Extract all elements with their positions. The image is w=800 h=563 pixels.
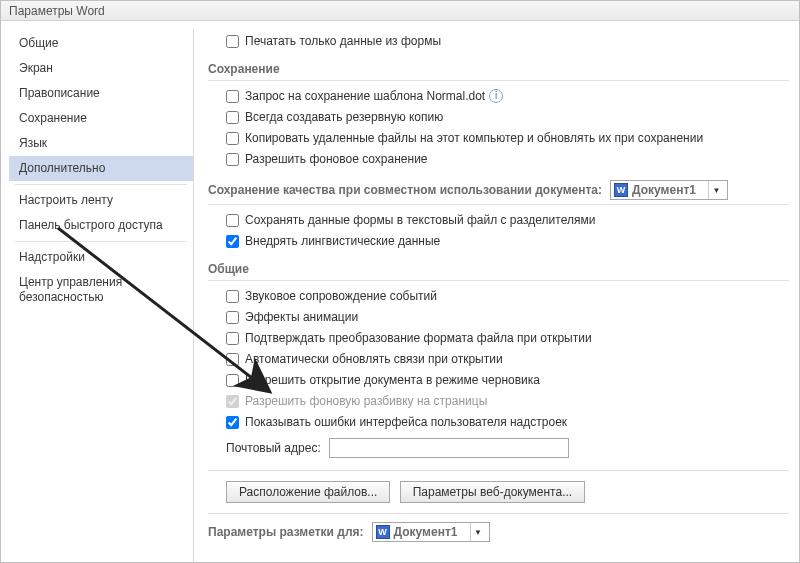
update-links-row: Автоматически обновлять связи при открыт… — [208, 350, 789, 368]
allow-draft-row: Разрешить открытие документа в режиме че… — [208, 371, 789, 389]
layout-doc-combo-text: Документ1 — [394, 525, 464, 539]
embed-linguistic-row: Внедрять лингвистические данные — [208, 232, 789, 250]
file-locations-button[interactable]: Расположение файлов... — [226, 481, 390, 503]
sidebar-item-customize-ribbon[interactable]: Настроить ленту — [9, 188, 193, 213]
general-buttons-row: Расположение файлов... Параметры веб-док… — [208, 470, 789, 507]
prompt-normal-row: Запрос на сохранение шаблона Normal.dot … — [208, 87, 789, 105]
update-links-label: Автоматически обновлять связи при открыт… — [245, 352, 503, 366]
sound-feedback-checkbox[interactable] — [226, 290, 239, 303]
fidelity-doc-combo[interactable]: W Документ1 ▼ — [610, 180, 728, 200]
copy-remote-row: Копировать удаленные файлы на этот компь… — [208, 129, 789, 147]
general-section-header: Общие — [208, 256, 789, 281]
allow-bg-pagination-checkbox — [226, 395, 239, 408]
word-doc-icon: W — [614, 183, 628, 197]
print-form-data-only-checkbox[interactable] — [226, 35, 239, 48]
allow-bg-save-checkbox[interactable] — [226, 153, 239, 166]
sidebar-item-save[interactable]: Сохранение — [9, 106, 193, 131]
fidelity-doc-combo-text: Документ1 — [632, 183, 702, 197]
save-section-header: Сохранение — [208, 56, 789, 81]
fidelity-section-header: Сохранение качества при совместном испол… — [208, 174, 789, 205]
sidebar-item-addins[interactable]: Надстройки — [9, 245, 193, 270]
animation-row: Эффекты анимации — [208, 308, 789, 326]
update-links-checkbox[interactable] — [226, 353, 239, 366]
word-options-dialog: Параметры Word Общие Экран Правописание … — [0, 0, 800, 563]
sound-feedback-label: Звуковое сопровождение событий — [245, 289, 437, 303]
sidebar-item-language[interactable]: Язык — [9, 131, 193, 156]
create-backup-label: Всегда создавать резервную копию — [245, 110, 443, 124]
mailing-address-label: Почтовый адрес: — [226, 441, 321, 455]
sound-feedback-row: Звуковое сопровождение событий — [208, 287, 789, 305]
allow-draft-checkbox[interactable] — [226, 374, 239, 387]
sidebar-separator — [15, 241, 187, 242]
layout-doc-combo[interactable]: W Документ1 ▼ — [372, 522, 490, 542]
allow-bg-save-row: Разрешить фоновое сохранение — [208, 150, 789, 168]
sidebar-nav: Общие Экран Правописание Сохранение Язык… — [9, 29, 194, 562]
show-addin-errors-checkbox[interactable] — [226, 416, 239, 429]
sidebar-item-display[interactable]: Экран — [9, 56, 193, 81]
info-icon[interactable]: i — [489, 89, 503, 103]
save-form-data-label: Сохранять данные формы в текстовый файл … — [245, 213, 595, 227]
prompt-normal-label: Запрос на сохранение шаблона Normal.dot — [245, 89, 485, 103]
animation-label: Эффекты анимации — [245, 310, 358, 324]
word-doc-icon: W — [376, 525, 390, 539]
create-backup-checkbox[interactable] — [226, 111, 239, 124]
mailing-address-input[interactable] — [329, 438, 569, 458]
allow-bg-pagination-row: Разрешить фоновую разбивку на страницы — [208, 392, 789, 410]
confirm-convert-label: Подтверждать преобразование формата файл… — [245, 331, 592, 345]
sidebar-item-advanced[interactable]: Дополнительно — [9, 156, 193, 181]
show-addin-errors-label: Показывать ошибки интерфейса пользовател… — [245, 415, 567, 429]
sidebar-item-quick-access[interactable]: Панель быстрого доступа — [9, 213, 193, 238]
dialog-title: Параметры Word — [1, 1, 799, 21]
sidebar-separator — [15, 184, 187, 185]
show-addin-errors-row: Показывать ошибки интерфейса пользовател… — [208, 413, 789, 431]
copy-remote-checkbox[interactable] — [226, 132, 239, 145]
dialog-body: Общие Экран Правописание Сохранение Язык… — [1, 21, 799, 562]
sidebar-item-general[interactable]: Общие — [9, 31, 193, 56]
copy-remote-label: Копировать удаленные файлы на этот компь… — [245, 131, 703, 145]
allow-bg-pagination-label: Разрешить фоновую разбивку на страницы — [245, 394, 487, 408]
options-content: Печатать только данные из формы Сохранен… — [194, 29, 799, 562]
prompt-normal-checkbox[interactable] — [226, 90, 239, 103]
embed-linguistic-label: Внедрять лингвистические данные — [245, 234, 440, 248]
sidebar-item-proofing[interactable]: Правописание — [9, 81, 193, 106]
chevron-down-icon: ▼ — [470, 523, 486, 541]
save-form-data-row: Сохранять данные формы в текстовый файл … — [208, 211, 789, 229]
confirm-convert-row: Подтверждать преобразование формата файл… — [208, 329, 789, 347]
allow-bg-save-label: Разрешить фоновое сохранение — [245, 152, 428, 166]
create-backup-row: Всегда создавать резервную копию — [208, 108, 789, 126]
layout-section-header: Параметры разметки для: W Документ1 ▼ — [208, 513, 789, 542]
embed-linguistic-checkbox[interactable] — [226, 235, 239, 248]
chevron-down-icon: ▼ — [708, 181, 724, 199]
allow-draft-label: Разрешить открытие документа в режиме че… — [245, 373, 540, 387]
web-options-button[interactable]: Параметры веб-документа... — [400, 481, 585, 503]
print-form-data-only-row: Печатать только данные из формы — [208, 32, 789, 50]
save-form-data-checkbox[interactable] — [226, 214, 239, 227]
animation-checkbox[interactable] — [226, 311, 239, 324]
sidebar-item-trust-center[interactable]: Центр управления безопасностью — [9, 270, 193, 310]
print-form-data-only-label: Печатать только данные из формы — [245, 34, 441, 48]
mailing-address-row: Почтовый адрес: — [208, 434, 789, 462]
confirm-convert-checkbox[interactable] — [226, 332, 239, 345]
